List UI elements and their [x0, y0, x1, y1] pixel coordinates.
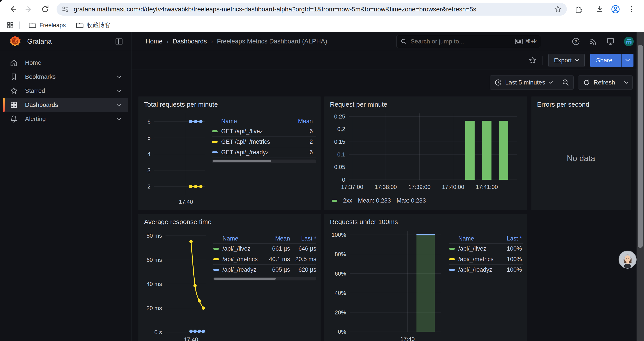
- refresh-interval-dropdown[interactable]: [620, 76, 632, 89]
- svg-text:80 ms: 80 ms: [146, 232, 162, 239]
- download-icon[interactable]: [593, 2, 607, 16]
- collapse-sidebar-icon[interactable]: [115, 37, 124, 46]
- bookmark-icon: [10, 73, 18, 81]
- share-dropdown[interactable]: [621, 54, 634, 67]
- assistant-avatar[interactable]: [618, 251, 636, 269]
- panel-title[interactable]: Errors per second: [536, 99, 626, 110]
- bookmark-folder-label: 收藏博客: [87, 21, 110, 29]
- breadcrumb-home[interactable]: Home: [146, 38, 162, 45]
- refresh-label: Refresh: [594, 79, 615, 86]
- export-button[interactable]: Export: [548, 54, 584, 67]
- chevron-down-icon: [575, 59, 579, 62]
- panel-title[interactable]: Total requests per minute: [143, 99, 316, 110]
- svg-text:0.1: 0.1: [337, 151, 345, 158]
- legend-row[interactable]: /api/_/metrics 100%: [449, 254, 523, 265]
- sidebar: Grafana Home Bookmarks Starred: [0, 32, 132, 341]
- user-avatar[interactable]: [624, 37, 634, 47]
- legend-series-name[interactable]: 2xx: [343, 197, 352, 204]
- panel-total-requests-per-minute: Total requests per minute 6543217:40 Nam…: [138, 97, 321, 210]
- apps-grid-icon[interactable]: [6, 22, 14, 29]
- profile-icon[interactable]: [608, 2, 622, 16]
- legend-col-last[interactable]: Last *: [301, 235, 316, 242]
- home-icon: [10, 59, 18, 67]
- panel-errors-per-second: Errors per second No data: [531, 97, 631, 210]
- legend-scrollbar[interactable]: [213, 277, 316, 280]
- extensions-icon[interactable]: [571, 2, 585, 16]
- folder-icon: [76, 22, 84, 29]
- panel-title[interactable]: Average response time: [143, 217, 316, 227]
- series-swatch: [212, 141, 218, 143]
- search-input[interactable]: [410, 38, 512, 45]
- svg-text:17:38:00: 17:38:00: [374, 184, 397, 190]
- timeseries-chart[interactable]: 80 ms60 ms40 ms20 ms0 s17:40: [143, 227, 209, 341]
- legend-inline[interactable]: 2xx Mean: 0.233 Max: 0.233: [328, 194, 523, 207]
- legend-row[interactable]: GET /api/_/livez 6: [212, 126, 316, 137]
- breadcrumb-dashboards[interactable]: Dashboards: [172, 38, 207, 45]
- legend-row[interactable]: /api/_/livez 661 µs 646 µs: [213, 244, 316, 254]
- legend-row[interactable]: /api/_/livez 100%: [449, 244, 523, 254]
- refresh-icon: [583, 79, 590, 86]
- sidebar-item-bookmarks[interactable]: Bookmarks: [3, 70, 128, 84]
- breadcrumb: Home › Dashboards › Freeleaps Metrics Da…: [146, 38, 396, 45]
- bookmark-folder-blogs[interactable]: 收藏博客: [72, 20, 114, 31]
- legend-row[interactable]: /api/_/metrics 40.1 ms 20.5 ms: [213, 254, 316, 265]
- timeseries-chart[interactable]: 6543217:40: [143, 110, 208, 207]
- panel-title[interactable]: Requests under 100ms: [328, 217, 523, 227]
- svg-text:80%: 80%: [335, 251, 346, 257]
- legend-row[interactable]: GET /api/_/readyz 6: [212, 147, 316, 158]
- share-label[interactable]: Share: [590, 54, 618, 67]
- bar-chart[interactable]: 0.250.20.150.10.05017:37:0017:38:0017:39…: [328, 110, 523, 194]
- svg-text:0%: 0%: [338, 328, 346, 335]
- share-button[interactable]: Share: [590, 54, 634, 67]
- series-swatch: [213, 248, 219, 250]
- url-text[interactable]: grafana.mathmast.com/d/deytv4rwavabkb/fr…: [74, 6, 549, 13]
- scrollbar-thumb[interactable]: [638, 45, 643, 248]
- time-range-picker[interactable]: Last 5 minutes: [490, 76, 558, 89]
- legend-scrollbar[interactable]: [212, 160, 316, 163]
- series-swatch: [449, 269, 455, 271]
- panel-title[interactable]: Request per minute: [328, 99, 523, 110]
- page-scrollbar[interactable]: [636, 32, 644, 341]
- favorite-star-icon[interactable]: [528, 56, 537, 65]
- legend-col-name[interactable]: Name: [221, 118, 237, 125]
- legend-col-mean[interactable]: Mean: [275, 235, 290, 242]
- legend-col-name[interactable]: Name: [458, 235, 474, 242]
- sidebar-item-alerting[interactable]: Alerting: [3, 112, 128, 126]
- series-swatch: [213, 258, 219, 260]
- back-icon[interactable]: [6, 2, 20, 16]
- legend-col-name[interactable]: Name: [222, 235, 238, 242]
- svg-text:0: 0: [342, 176, 345, 183]
- url-bar[interactable]: grafana.mathmast.com/d/deytv4rwavabkb/fr…: [56, 3, 567, 16]
- bookmark-folder-freeleaps[interactable]: Freeleaps: [25, 21, 69, 30]
- svg-text:40 ms: 40 ms: [146, 281, 162, 287]
- news-rss-icon[interactable]: [589, 38, 597, 46]
- bookmark-star-icon[interactable]: [554, 5, 562, 14]
- sidebar-item-home[interactable]: Home: [3, 56, 128, 70]
- reload-icon[interactable]: [38, 2, 52, 16]
- monitor-icon[interactable]: [606, 37, 615, 46]
- sidebar-item-dashboards[interactable]: Dashboards: [3, 98, 128, 112]
- svg-text:100%: 100%: [332, 231, 346, 238]
- bookmarks-divider: [19, 22, 20, 29]
- legend-col-mean[interactable]: Mean: [298, 118, 313, 125]
- search-box[interactable]: ⌘+k: [396, 35, 541, 48]
- refresh-button[interactable]: Refresh: [578, 76, 620, 89]
- browser-menu-icon[interactable]: [624, 2, 638, 16]
- svg-text:?: ?: [574, 39, 577, 44]
- legend-row[interactable]: /api/_/readyz 605 µs 620 µs: [213, 265, 316, 275]
- legend-row[interactable]: GET /api/_/metrics 2: [212, 137, 316, 147]
- legend-table: Name Mean Last * /api/_/livez 661 µs 646…: [213, 234, 316, 341]
- site-settings-icon[interactable]: [62, 5, 69, 13]
- help-icon[interactable]: ?: [572, 37, 580, 46]
- zoom-out-button[interactable]: [558, 76, 574, 89]
- grafana-logo[interactable]: [9, 35, 22, 48]
- star-icon: [10, 87, 18, 95]
- bar-chart[interactable]: 100%80%60%40%20%0%17:40: [328, 227, 445, 341]
- forward-icon[interactable]: [22, 2, 36, 16]
- chevron-down-icon: [549, 81, 553, 84]
- brand-title: Grafana: [27, 38, 109, 46]
- legend-row[interactable]: /api/_/readyz 100%: [449, 265, 523, 275]
- legend-col-last[interactable]: Last *: [507, 235, 522, 242]
- sidebar-item-starred[interactable]: Starred: [3, 84, 128, 98]
- panel-requests-under-100ms: Requests under 100ms 100%80%60%40%20%0%1…: [324, 214, 528, 341]
